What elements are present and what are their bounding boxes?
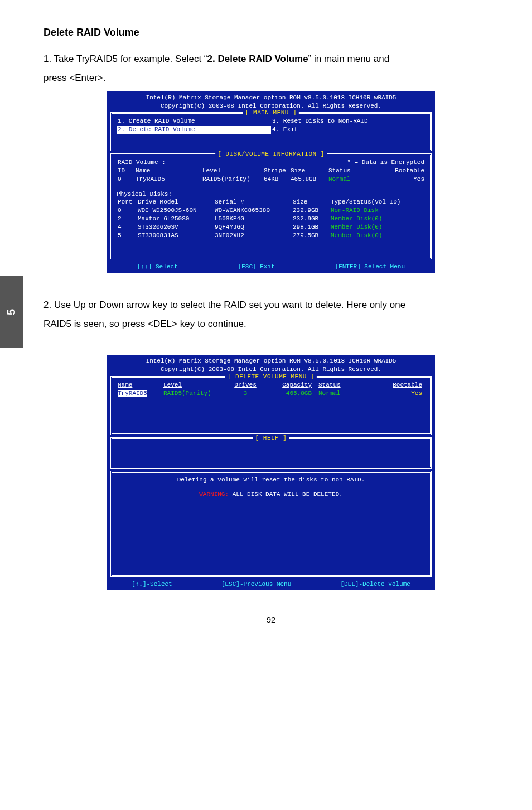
- bios-footer-1: [↑↓]-Select [ESC]-Exit [ENTER]-Select Me…: [107, 262, 435, 273]
- main-menu-box: [ MAIN MENU ] 1. Create RAID Volume 2. D…: [110, 112, 432, 151]
- menu-item-exit[interactable]: 4. Exit: [271, 126, 425, 134]
- disk-info-title: [ DISK/VOLUME INFORMATION ]: [215, 150, 327, 158]
- menu-item-create[interactable]: 1. Create RAID Volume: [117, 117, 271, 126]
- physical-disks-label: Physical Disks:: [117, 190, 425, 199]
- bios-header-line1: Intel(R) Matrix Storage Manager option R…: [107, 357, 435, 365]
- footer-enter: [ENTER]-Select Menu: [335, 263, 405, 271]
- pd-row: 5 ST3300831AS 3NF02XH2 279.5GB Member Di…: [117, 232, 425, 240]
- step-1-cont: press <Enter>.: [43, 71, 499, 85]
- footer-delete: [DEL]-Delete Volume: [340, 580, 410, 589]
- warning-box: Deleting a volume will reset the disks t…: [110, 471, 432, 577]
- raid-row: 0 TryRAID5 RAID5(Parity) 64KB 465.8GB No…: [117, 175, 425, 184]
- step-2: 2. Use Up or Down arrow key to select th…: [43, 298, 499, 312]
- help-title: [ HELP ]: [253, 434, 289, 442]
- step-2-cont: RAID5 is seen, so press <DEL> key to con…: [43, 317, 499, 331]
- main-menu-title: [ MAIN MENU ]: [243, 109, 299, 117]
- page-number: 92: [43, 615, 499, 624]
- footer-exit: [ESC]-Exit: [238, 263, 275, 271]
- footer-select: [↑↓]-Select: [137, 263, 178, 271]
- warning-line1: Deleting a volume will reset the disks t…: [117, 476, 425, 484]
- pd-headers: Port Drive Model Serial # Size Type/Stat…: [117, 198, 425, 206]
- pd-row: 2 Maxtor 6L250S0 L50SKP4G 232.9GB Member…: [117, 215, 425, 223]
- help-box: [ HELP ]: [110, 437, 432, 469]
- encrypted-note: * = Data is Encrypted: [327, 158, 425, 167]
- chapter-tab: 5: [0, 276, 23, 348]
- bios-main-menu-screenshot: Intel(R) Matrix Storage Manager option R…: [107, 91, 435, 273]
- pd-row: 0 WDC WD2500JS-60N WD-WCANKC865380 232.9…: [117, 206, 425, 215]
- delete-menu-title: [ DELETE VOLUME MENU ]: [225, 373, 317, 381]
- raid-headers: ID Name Level Stripe Size Status Bootabl…: [117, 167, 425, 175]
- menu-item-delete[interactable]: 2. Delete RAID Volume: [117, 126, 271, 134]
- delete-menu-headers: Name Level Drives Capacity Status Bootab…: [117, 381, 425, 389]
- selected-volume-name: TryRAID5: [118, 390, 147, 397]
- step-1: 1. Take TryRAID5 for example. Select “2.…: [43, 52, 499, 66]
- footer-prev: [ESC]-Previous Menu: [221, 580, 291, 589]
- bios-footer-2: [↑↓]-Select [ESC]-Previous Menu [DEL]-De…: [107, 579, 435, 591]
- bios-header-line1: Intel(R) Matrix Storage Manager option R…: [107, 94, 435, 102]
- delete-menu-row[interactable]: TryRAID5 RAID5(Parity) 3 465.8GB Normal …: [117, 389, 425, 398]
- warning-line2: WARNING: ALL DISK DATA WILL BE DELETED.: [117, 490, 425, 499]
- footer-select: [↑↓]-Select: [132, 580, 172, 589]
- bios-delete-menu-screenshot: Intel(R) Matrix Storage Manager option R…: [107, 355, 435, 590]
- pd-row: 4 ST3320620SV 9QF4YJGQ 298.1GB Member Di…: [117, 223, 425, 232]
- raid-volume-label: RAID Volume :: [117, 158, 201, 167]
- section-title: Delete RAID Volume: [43, 27, 499, 38]
- delete-menu-box: [ DELETE VOLUME MENU ] Name Level Drives…: [110, 376, 432, 435]
- menu-item-reset[interactable]: 3. Reset Disks to Non-RAID: [271, 117, 425, 126]
- disk-info-box: [ DISK/VOLUME INFORMATION ] RAID Volume …: [110, 153, 432, 259]
